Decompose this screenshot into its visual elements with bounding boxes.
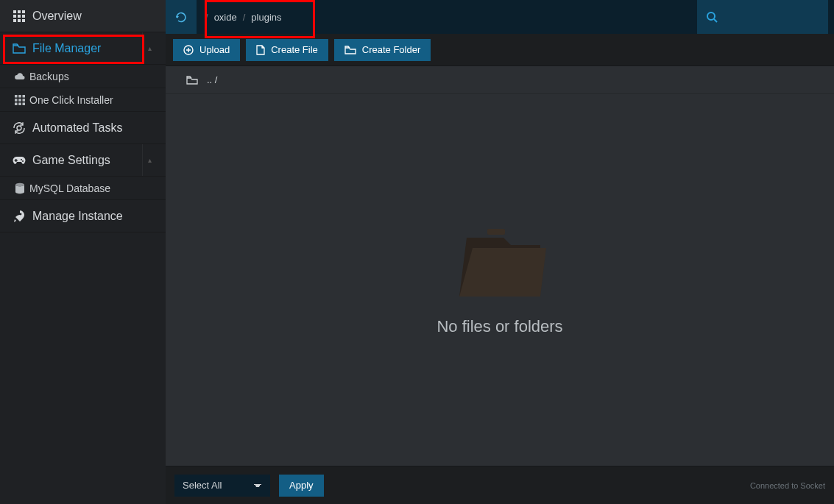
sidebar-item-overview[interactable]: Overview <box>0 0 166 32</box>
sidebar-subitem-mysql-database[interactable]: MySQL Database <box>0 177 166 200</box>
file-icon <box>256 45 265 55</box>
svg-rect-9 <box>15 95 18 98</box>
home-button[interactable] <box>166 0 197 34</box>
upload-button[interactable]: Upload <box>173 39 240 61</box>
svg-rect-29 <box>487 229 505 235</box>
svg-rect-2 <box>22 10 25 13</box>
svg-rect-5 <box>22 15 25 18</box>
folder-plus-icon <box>344 46 356 54</box>
svg-point-22 <box>22 160 24 162</box>
svg-rect-3 <box>13 15 16 18</box>
sidebar-label-game-settings: Game Settings <box>29 154 142 167</box>
empty-message: No files or folders <box>437 317 562 336</box>
svg-point-25 <box>20 213 22 215</box>
sidebar-sublabel-backups: Backups <box>29 71 69 82</box>
svg-rect-12 <box>15 99 18 102</box>
parent-dir-label: .. / <box>207 74 217 85</box>
sidebar-label-file-manager: File Manager <box>29 42 142 55</box>
toolbar: Upload Create File Create Folder <box>166 34 834 66</box>
upload-label: Upload <box>199 44 230 55</box>
footer-bar: Select All Apply Connected to Socket <box>166 466 834 504</box>
main-panel: / oxide / plugins Upload Create File Cre… <box>166 0 834 504</box>
chevron-up-icon[interactable]: ▴ <box>142 32 157 64</box>
empty-folder-icon <box>452 224 548 305</box>
breadcrumb-sep: / <box>205 12 208 23</box>
select-all-dropdown[interactable]: Select All <box>174 475 270 497</box>
parent-dir-row[interactable]: .. / <box>166 66 834 94</box>
svg-point-21 <box>21 159 22 160</box>
sidebar-item-game-settings[interactable]: Game Settings ▴ <box>0 144 166 177</box>
breadcrumb-seg-0[interactable]: oxide <box>214 12 237 23</box>
svg-rect-16 <box>18 102 21 105</box>
sidebar-sublabel-one-click-installer: One Click Installer <box>29 94 113 106</box>
apply-button[interactable]: Apply <box>279 475 324 497</box>
create-folder-button[interactable]: Create Folder <box>334 39 431 61</box>
sidebar-label-manage-instance: Manage Instance <box>29 210 157 223</box>
svg-line-27 <box>714 19 717 22</box>
svg-rect-7 <box>18 19 21 22</box>
socket-status: Connected to Socket <box>750 481 825 490</box>
search-icon <box>706 11 718 23</box>
file-list-empty: No files or folders <box>166 94 834 466</box>
svg-point-26 <box>707 13 715 20</box>
sidebar-item-file-manager[interactable]: File Manager ▴ <box>0 32 166 65</box>
upload-icon <box>183 45 194 55</box>
cloud-icon <box>10 72 29 81</box>
svg-rect-6 <box>13 19 16 22</box>
svg-rect-4 <box>18 15 21 18</box>
refresh-icon <box>174 10 188 24</box>
create-file-label: Create File <box>271 44 318 55</box>
sidebar-subitem-one-click-installer[interactable]: One Click Installer <box>0 88 166 112</box>
svg-rect-17 <box>23 102 26 105</box>
rocket-icon <box>9 210 29 223</box>
create-folder-label: Create Folder <box>362 44 420 55</box>
svg-point-24 <box>15 182 24 185</box>
svg-rect-20 <box>15 160 18 161</box>
folder-icon <box>9 43 29 54</box>
breadcrumb-sep: / <box>243 12 246 23</box>
database-icon <box>10 182 29 194</box>
create-file-button[interactable]: Create File <box>246 39 328 61</box>
svg-rect-1 <box>18 10 21 13</box>
breadcrumb: / oxide / plugins <box>197 6 696 28</box>
apply-label: Apply <box>289 480 314 491</box>
breadcrumb-bar: / oxide / plugins <box>166 0 834 34</box>
svg-rect-15 <box>15 102 18 105</box>
svg-rect-8 <box>22 19 25 22</box>
sidebar-subitem-backups[interactable]: Backups <box>0 65 166 88</box>
search-button[interactable] <box>696 0 828 34</box>
breadcrumb-seg-1[interactable]: plugins <box>251 12 281 23</box>
sidebar-sublabel-mysql-database: MySQL Database <box>29 182 110 194</box>
svg-rect-14 <box>23 99 26 102</box>
sidebar-item-manage-instance[interactable]: Manage Instance <box>0 200 166 233</box>
grid-icon <box>10 95 29 105</box>
grid-icon <box>9 10 29 22</box>
svg-rect-11 <box>23 95 26 98</box>
sidebar: Overview File Manager ▴ Backups One Clic… <box>0 0 166 504</box>
sidebar-label-overview: Overview <box>29 10 157 23</box>
svg-rect-10 <box>18 95 21 98</box>
sidebar-label-automated-tasks: Automated Tasks <box>29 121 157 135</box>
folder-icon <box>186 76 198 85</box>
gamepad-icon <box>9 155 29 166</box>
svg-rect-13 <box>18 99 21 102</box>
svg-rect-0 <box>13 10 16 13</box>
chevron-up-icon[interactable]: ▴ <box>142 144 157 176</box>
svg-point-18 <box>17 126 21 130</box>
sidebar-item-automated-tasks[interactable]: Automated Tasks <box>0 112 166 144</box>
gear-cycle-icon <box>9 121 29 135</box>
